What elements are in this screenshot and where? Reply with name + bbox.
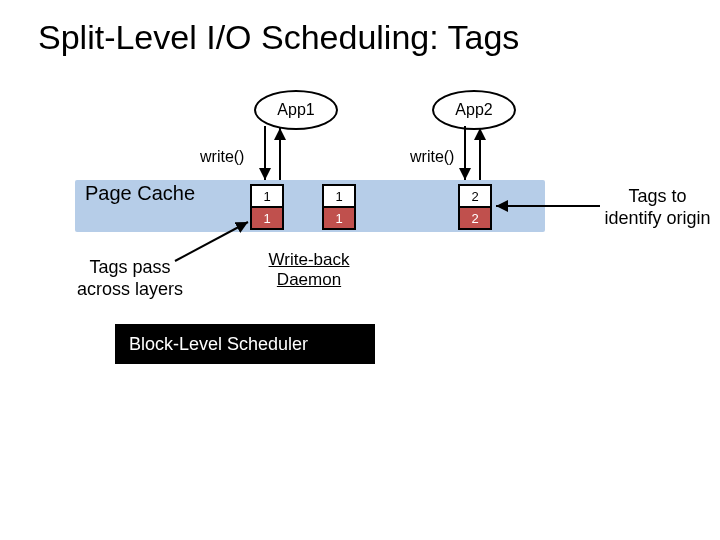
writeback-daemon-label: Write-back Daemon bbox=[254, 250, 364, 290]
page-cache-label: Page Cache bbox=[85, 182, 195, 205]
write1-label: write() bbox=[200, 148, 244, 166]
tag-3-bot: 2 bbox=[458, 206, 492, 230]
wbd-line2: Daemon bbox=[277, 270, 341, 289]
block-level-scheduler: Block-Level Scheduler bbox=[115, 324, 375, 364]
tag-2-bot: 1 bbox=[322, 206, 356, 230]
wbd-line1: Write-back bbox=[269, 250, 350, 269]
tag-1-bot: 1 bbox=[250, 206, 284, 230]
write2-label: write() bbox=[410, 148, 454, 166]
note-right-l2: identify origin bbox=[604, 208, 710, 228]
note-left-l1: Tags pass bbox=[89, 257, 170, 277]
note-right-l1: Tags to bbox=[628, 186, 686, 206]
note-tags-pass: Tags pass across layers bbox=[70, 256, 190, 300]
slide-title: Split-Level I/O Scheduling: Tags bbox=[38, 18, 519, 57]
tag-1-top: 1 bbox=[250, 184, 284, 208]
note-tags-identify: Tags to identify origin bbox=[600, 185, 715, 229]
tag-3-top: 2 bbox=[458, 184, 492, 208]
tag-2-top: 1 bbox=[322, 184, 356, 208]
diagram-root: Split-Level I/O Scheduling: Tags App1 Ap… bbox=[0, 0, 720, 540]
app2-oval: App2 bbox=[432, 90, 516, 130]
app1-oval: App1 bbox=[254, 90, 338, 130]
note-left-l2: across layers bbox=[77, 279, 183, 299]
